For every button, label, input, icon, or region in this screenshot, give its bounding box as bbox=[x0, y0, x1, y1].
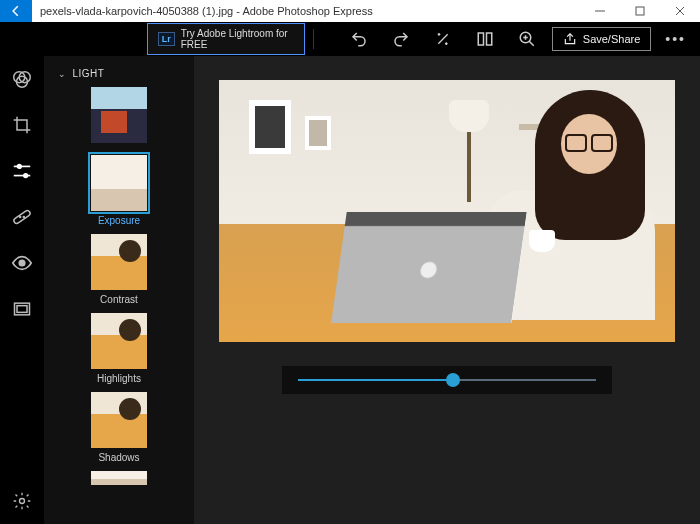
bandage-icon bbox=[11, 206, 33, 228]
thumb-preview bbox=[91, 155, 147, 211]
minimize-icon bbox=[595, 6, 605, 16]
thumb-label: Highlights bbox=[97, 373, 141, 384]
wand-icon bbox=[435, 31, 451, 47]
svg-point-23 bbox=[20, 499, 25, 504]
slider-fill bbox=[298, 379, 453, 381]
close-icon bbox=[675, 6, 685, 16]
tool-rail bbox=[0, 56, 44, 524]
thumb-item[interactable] bbox=[91, 471, 147, 485]
maximize-button[interactable] bbox=[620, 0, 660, 22]
close-button[interactable] bbox=[660, 0, 700, 22]
window-controls bbox=[580, 0, 700, 22]
lightroom-label: Try Adobe Lightroom for FREE bbox=[181, 28, 294, 50]
undo-icon bbox=[350, 30, 368, 48]
chevron-down-icon: ⌄ bbox=[58, 69, 67, 79]
zoom-button[interactable] bbox=[518, 30, 536, 48]
try-lightroom-button[interactable]: Lr Try Adobe Lightroom for FREE bbox=[147, 23, 305, 55]
thumb-preview bbox=[91, 392, 147, 448]
lightroom-badge-icon: Lr bbox=[158, 32, 175, 46]
adjustment-slider[interactable] bbox=[282, 366, 612, 394]
compare-icon bbox=[476, 30, 494, 48]
window-title: pexels-vlada-karpovich-4050388 (1).jpg -… bbox=[32, 5, 580, 17]
back-button[interactable] bbox=[0, 0, 32, 22]
separator bbox=[313, 29, 314, 49]
thumb-item-contrast[interactable]: Contrast bbox=[91, 234, 147, 305]
looks-tab[interactable] bbox=[11, 68, 33, 90]
more-button[interactable]: ••• bbox=[659, 31, 692, 47]
ellipsis-icon: ••• bbox=[665, 31, 686, 47]
corrections-tab[interactable] bbox=[11, 206, 33, 228]
eye-icon bbox=[11, 252, 33, 274]
thumb-preview bbox=[91, 87, 147, 143]
toolbar: Lr Try Adobe Lightroom for FREE Save/Sha… bbox=[0, 22, 700, 56]
adjustments-tab[interactable] bbox=[11, 160, 33, 182]
svg-rect-5 bbox=[486, 33, 491, 45]
auto-enhance-button[interactable] bbox=[434, 30, 452, 48]
thumb-item[interactable] bbox=[91, 87, 147, 147]
redo-icon bbox=[392, 30, 410, 48]
overlap-circles-icon bbox=[11, 68, 33, 90]
share-icon bbox=[563, 32, 577, 46]
sliders-icon bbox=[11, 160, 33, 182]
svg-rect-22 bbox=[17, 306, 27, 313]
save-share-button[interactable]: Save/Share bbox=[552, 27, 651, 51]
thumb-preview bbox=[91, 471, 147, 485]
canvas-area bbox=[194, 56, 700, 524]
arrow-left-icon bbox=[9, 4, 23, 18]
redeye-tab[interactable] bbox=[11, 252, 33, 274]
redo-button[interactable] bbox=[392, 30, 410, 48]
svg-rect-1 bbox=[636, 7, 644, 15]
zoom-icon bbox=[518, 30, 536, 48]
thumb-label: Shadows bbox=[98, 452, 139, 463]
thumb-label: Exposure bbox=[98, 215, 140, 226]
slider-knob[interactable] bbox=[446, 373, 460, 387]
minimize-button[interactable] bbox=[580, 0, 620, 22]
svg-line-7 bbox=[529, 41, 534, 46]
compare-button[interactable] bbox=[476, 30, 494, 48]
thumb-label: Contrast bbox=[100, 294, 138, 305]
undo-button[interactable] bbox=[350, 30, 368, 48]
svg-point-18 bbox=[20, 216, 21, 217]
gear-icon bbox=[12, 491, 32, 511]
titlebar: pexels-vlada-karpovich-4050388 (1).jpg -… bbox=[0, 0, 700, 22]
maximize-icon bbox=[635, 6, 645, 16]
photo-canvas[interactable] bbox=[219, 80, 675, 342]
thumb-preview bbox=[91, 234, 147, 290]
app-name: Adobe Photoshop Express bbox=[242, 5, 372, 17]
svg-rect-4 bbox=[478, 33, 483, 45]
svg-point-16 bbox=[24, 174, 28, 178]
thumb-preview bbox=[91, 313, 147, 369]
crop-tab[interactable] bbox=[11, 114, 33, 136]
svg-rect-17 bbox=[13, 209, 31, 224]
crop-icon bbox=[12, 115, 32, 135]
filename: pexels-vlada-karpovich-4050388 (1).jpg bbox=[40, 5, 233, 17]
settings-button[interactable] bbox=[11, 490, 33, 512]
section-header-light[interactable]: ⌄ LIGHT bbox=[44, 68, 194, 87]
frame-icon bbox=[12, 299, 32, 319]
svg-point-19 bbox=[23, 216, 24, 217]
thumb-list: Exposure Contrast Highlights Shadows bbox=[44, 87, 194, 485]
svg-point-20 bbox=[19, 260, 25, 266]
section-title: LIGHT bbox=[73, 68, 105, 79]
thumb-item-highlights[interactable]: Highlights bbox=[91, 313, 147, 384]
svg-point-14 bbox=[17, 165, 21, 169]
thumb-item-shadows[interactable]: Shadows bbox=[91, 392, 147, 463]
slider-track bbox=[298, 379, 596, 381]
adjustment-panel: ⌄ LIGHT Exposure Contrast Highlights bbox=[44, 56, 194, 524]
border-tab[interactable] bbox=[11, 298, 33, 320]
tool-icons bbox=[350, 30, 536, 48]
thumb-item-exposure[interactable]: Exposure bbox=[91, 155, 147, 226]
